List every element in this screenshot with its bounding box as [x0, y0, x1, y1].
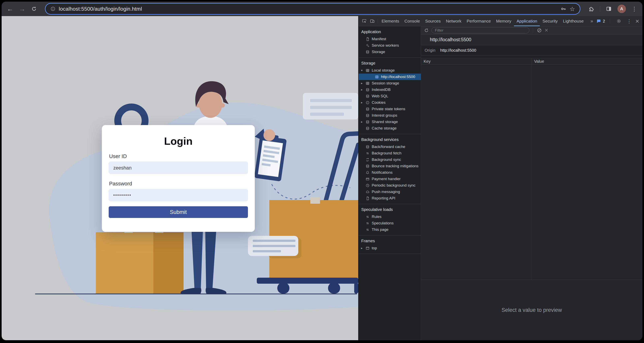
sidebar-item-this-page[interactable]: This page — [359, 226, 421, 233]
db-icon — [366, 164, 370, 168]
reload-button[interactable] — [31, 6, 37, 12]
password-input[interactable] — [109, 189, 248, 201]
sidebar-item-private-state-tokens[interactable]: Private state tokens — [359, 106, 421, 112]
tab-elements[interactable]: Elements — [379, 16, 402, 26]
filter-input[interactable] — [432, 27, 529, 33]
chevron-right-icon[interactable]: ▸ — [361, 101, 366, 104]
sidebar-item-label: Shared storage — [372, 120, 398, 124]
sidebar-item-push-messaging[interactable]: Push messaging — [359, 189, 421, 195]
key-column-header[interactable]: Key — [421, 58, 532, 64]
chevron-right-icon[interactable]: ▸ — [361, 120, 366, 124]
sidebar-item-cookies[interactable]: ▸Cookies — [359, 99, 421, 106]
tab-memory[interactable]: Memory — [494, 16, 514, 26]
extensions-puzzle-icon[interactable] — [588, 6, 594, 12]
tab-security[interactable]: Security — [540, 16, 560, 26]
devtools-settings-gear-icon[interactable] — [615, 18, 623, 24]
sidebar-item-periodic-background-sync[interactable]: Periodic background sync — [359, 182, 421, 189]
back-button[interactable]: ← — [7, 6, 13, 12]
sidebar-item-speculations[interactable]: Speculations — [359, 220, 421, 226]
sidebar-item-label: Cache storage — [372, 126, 397, 130]
tab-performance[interactable]: Performance — [464, 16, 494, 26]
clear-all-icon[interactable] — [537, 28, 542, 33]
sidebar-item-cache-storage[interactable]: Cache storage — [359, 125, 421, 131]
sidebar-item-background-sync[interactable]: Background sync — [359, 156, 421, 163]
value-column-header[interactable]: Value — [532, 58, 642, 64]
chevron-right-icon[interactable]: ▸ — [361, 88, 366, 91]
cloud-icon — [366, 190, 370, 194]
notes-card — [303, 93, 358, 119]
inspect-element-icon[interactable] — [360, 16, 368, 26]
sidebar-item-storage[interactable]: Storage — [359, 49, 421, 55]
issues-badge[interactable]: 2 — [596, 19, 605, 23]
chevron-right-icon[interactable]: ▸ — [361, 81, 366, 85]
submit-button[interactable]: Submit — [109, 206, 248, 218]
sidebar-item-interest-groups[interactable]: Interest groups — [359, 112, 421, 119]
bookmark-star-icon[interactable]: ☆ — [570, 5, 575, 12]
site-info-icon[interactable] — [50, 6, 56, 11]
sidebar-item-rules[interactable]: Rules — [359, 214, 421, 220]
sidebar-item-label: Push messaging — [372, 190, 400, 194]
sidebar-item-label: Web SQL — [372, 94, 388, 98]
side-panel-icon[interactable] — [606, 6, 612, 12]
devtools-close-icon[interactable]: × — [635, 18, 639, 24]
sidebar-item-reporting-api[interactable]: Reporting API — [359, 195, 421, 201]
tab-console[interactable]: Console — [402, 16, 422, 26]
user-id-input[interactable] — [109, 162, 248, 174]
sidebar-item-local-storage[interactable]: ▾Local storage — [359, 67, 421, 74]
sidebar-item-background-fetch[interactable]: Background fetch — [359, 150, 421, 156]
tab-application[interactable]: Application — [514, 16, 540, 26]
db-icon — [366, 120, 370, 124]
sidebar-item-back-forward-cache[interactable]: Back/forward cache — [359, 144, 421, 150]
tab-lighthouse[interactable]: Lighthouse — [560, 16, 586, 26]
cart-platform — [257, 278, 358, 284]
bell-icon — [366, 170, 370, 175]
db-icon — [366, 88, 370, 92]
tab-network[interactable]: Network — [443, 16, 464, 26]
tab-sources[interactable]: Sources — [422, 16, 443, 26]
sidebar-item-label: top — [372, 246, 377, 250]
sidebar-item-web-sql[interactable]: Web SQL — [359, 93, 421, 99]
forward-button[interactable]: → — [19, 6, 25, 12]
browser-menu-kebab-icon[interactable]: ⋮ — [632, 6, 637, 12]
refresh-icon[interactable] — [424, 28, 429, 33]
sidebar-item-label: http://localhost:5500 — [381, 75, 415, 79]
sidebar-item-top[interactable]: ▸top — [359, 245, 421, 251]
more-tabs-button[interactable]: » — [590, 18, 593, 24]
storage-origin-title[interactable]: http://localhost:5500 — [421, 34, 642, 45]
devtools-tabs: ElementsConsoleSourcesNetworkPerformance… — [379, 16, 586, 26]
sync-icon — [366, 158, 370, 162]
storage-table-body[interactable] — [421, 64, 642, 280]
db-icon — [366, 94, 370, 98]
sidebar-item-shared-storage[interactable]: ▸Shared storage — [359, 119, 421, 125]
sidebar-item-indexeddb[interactable]: ▸IndexedDB — [359, 86, 421, 93]
person-hand — [264, 129, 275, 141]
sidebar-item-label: Speculations — [372, 221, 394, 225]
sidebar-section-speculative-loads: Speculative loads — [359, 205, 421, 214]
chevron-right-icon[interactable]: ▸ — [361, 246, 366, 250]
device-toolbar-icon[interactable] — [368, 16, 376, 26]
storage-table-header: Key Value — [421, 58, 642, 64]
updown-icon — [366, 215, 370, 219]
sidebar-item-bounce-tracking-mitigations[interactable]: Bounce tracking mitigations — [359, 163, 421, 169]
password-key-icon[interactable] — [560, 6, 566, 12]
devtools-menu-kebab-icon[interactable]: ⋮ — [626, 18, 632, 24]
db-icon — [366, 113, 370, 118]
delete-selected-icon[interactable]: ✕ — [544, 27, 548, 33]
chevron-down-icon[interactable]: ▾ — [361, 68, 366, 72]
sidebar-item-session-storage[interactable]: ▸Session storage — [359, 80, 421, 86]
value-column-body[interactable] — [532, 64, 642, 280]
sidebar-item-payment-handler[interactable]: Payment handler — [359, 176, 421, 182]
sidebar-item-http-localhost-5500[interactable]: http://localhost:5500 — [359, 74, 421, 80]
sidebar-item-label: This page — [372, 227, 388, 232]
grid-icon — [375, 75, 379, 79]
grid-icon — [366, 81, 370, 85]
sidebar-item-service-workers[interactable]: Service workers — [359, 42, 421, 49]
profile-avatar[interactable]: A — [618, 5, 626, 13]
key-column-body[interactable] — [421, 64, 532, 280]
issues-count: 2 — [603, 19, 605, 23]
storage-toolbar: ✕ — [421, 26, 642, 34]
stacked-boxes — [96, 227, 184, 294]
sidebar-item-notifications[interactable]: Notifications — [359, 169, 421, 176]
address-bar[interactable]: localhost:5500/auth/login/login.html ☆ — [46, 3, 580, 14]
sidebar-item-manifest[interactable]: Manifest — [359, 36, 421, 42]
